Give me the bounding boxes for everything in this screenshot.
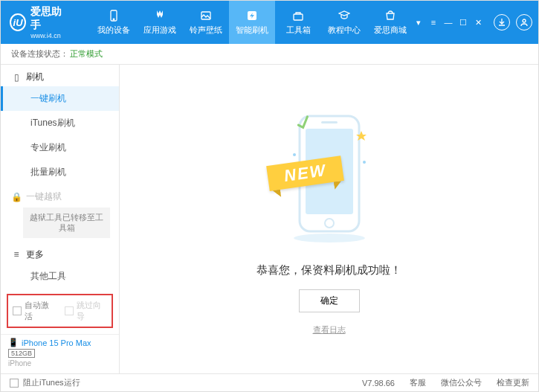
top-nav: 我的设备 应用游戏 铃声壁纸 智能刷机 工具箱 教程中心 爱思商城	[91, 1, 413, 44]
sidebar: ▯刷机 一键刷机 iTunes刷机 专业刷机 批量刷机 🔒一键越狱 越狱工具已转…	[1, 65, 120, 373]
main-content: NEW 恭喜您，保资料刷机成功啦！ 确定 查看日志	[120, 65, 538, 373]
nav-wallpaper[interactable]: 铃声壁纸	[183, 1, 229, 44]
svg-rect-10	[321, 121, 338, 123]
footer-link-update[interactable]: 检查更新	[497, 377, 529, 388]
phone-icon	[107, 9, 120, 22]
nav-apps[interactable]: 应用游戏	[137, 1, 183, 44]
logo: iU 爱思助手 www.i4.cn	[10, 5, 68, 39]
block-itunes-label: 阻止iTunes运行	[23, 377, 80, 388]
success-message: 恭喜您，保资料刷机成功啦！	[256, 263, 401, 277]
app-title: 爱思助手	[30, 5, 68, 32]
logo-icon: iU	[10, 13, 26, 31]
nav-my-device[interactable]: 我的设备	[91, 1, 137, 44]
footer-link-wechat[interactable]: 微信公众号	[441, 377, 482, 388]
view-log-link[interactable]: 查看日志	[313, 324, 346, 335]
checkbox-highlight-box: 自动激活 跳过向导	[7, 294, 113, 328]
lock-icon: 🔒	[11, 192, 22, 202]
minimize-icon[interactable]: —	[443, 17, 454, 28]
tshirt-icon[interactable]: ▾	[413, 17, 424, 28]
download-button[interactable]	[494, 14, 510, 30]
version-label: V7.98.66	[362, 379, 395, 388]
device-type: iPhone	[8, 359, 112, 367]
svg-point-12	[293, 153, 296, 156]
sidebar-head-jailbreak: 🔒一键越狱	[1, 184, 119, 206]
sidebar-jailbreak-note[interactable]: 越狱工具已转移至工具箱	[23, 208, 110, 238]
sidebar-item-oneclick[interactable]: 一键刷机	[1, 86, 119, 111]
footer: 阻止iTunes运行 V7.98.66 客服 微信公众号 检查更新	[1, 373, 538, 391]
ok-button[interactable]: 确定	[299, 289, 360, 312]
status-value: 正常模式	[70, 48, 103, 60]
close-icon[interactable]: ✕	[473, 17, 483, 28]
block-itunes-checkbox[interactable]	[10, 379, 19, 388]
maximize-icon[interactable]: ☐	[458, 17, 468, 28]
nav-shop[interactable]: 爱思商城	[367, 1, 413, 44]
window-controls: ▾ ≡ — ☐ ✕	[413, 14, 532, 30]
svg-point-5	[523, 19, 526, 22]
device-info[interactable]: 📱iPhone 15 Pro Max 512GB iPhone	[1, 334, 119, 373]
phone-icon: 📱	[8, 338, 19, 347]
footer-link-support[interactable]: 客服	[410, 377, 426, 388]
svg-point-6	[294, 234, 365, 242]
wallpaper-icon	[199, 9, 213, 22]
shop-icon	[384, 9, 397, 22]
app-icon	[153, 9, 167, 22]
sidebar-item-itunes[interactable]: iTunes刷机	[1, 111, 119, 135]
phone-icon: ▯	[11, 72, 22, 83]
status-label: 设备连接状态：	[11, 48, 68, 60]
nav-toolbox[interactable]: 工具箱	[275, 1, 321, 44]
status-bar: 设备连接状态： 正常模式	[1, 44, 538, 65]
sidebar-head-more[interactable]: ≡更多	[1, 242, 119, 264]
tutorial-icon	[338, 9, 351, 22]
list-icon: ≡	[11, 249, 22, 260]
svg-rect-4	[294, 14, 303, 20]
sidebar-item-batch[interactable]: 批量刷机	[1, 160, 119, 184]
sidebar-item-pro[interactable]: 专业刷机	[1, 135, 119, 160]
svg-point-1	[113, 19, 114, 20]
sidebar-item-download-fw[interactable]: 下载固件	[1, 289, 119, 289]
sidebar-head-flash[interactable]: ▯刷机	[1, 65, 119, 86]
toolbox-icon	[291, 9, 305, 22]
nav-flash[interactable]: 智能刷机	[229, 1, 275, 44]
menu-icon[interactable]: ≡	[428, 17, 439, 28]
nav-tutorial[interactable]: 教程中心	[321, 1, 367, 44]
storage-badge: 512GB	[8, 349, 35, 358]
sidebar-item-other-tools[interactable]: 其他工具	[1, 264, 119, 289]
app-header: iU 爱思助手 www.i4.cn 我的设备 应用游戏 铃声壁纸 智能刷机 工具…	[1, 1, 538, 44]
success-illustration: NEW	[274, 103, 385, 251]
flash-icon	[245, 9, 259, 22]
user-button[interactable]	[516, 14, 532, 30]
app-site: www.i4.cn	[30, 32, 68, 39]
auto-activate-checkbox[interactable]: 自动激活	[13, 300, 56, 322]
svg-point-13	[363, 161, 366, 164]
skip-guide-checkbox: 跳过向导	[65, 300, 108, 322]
